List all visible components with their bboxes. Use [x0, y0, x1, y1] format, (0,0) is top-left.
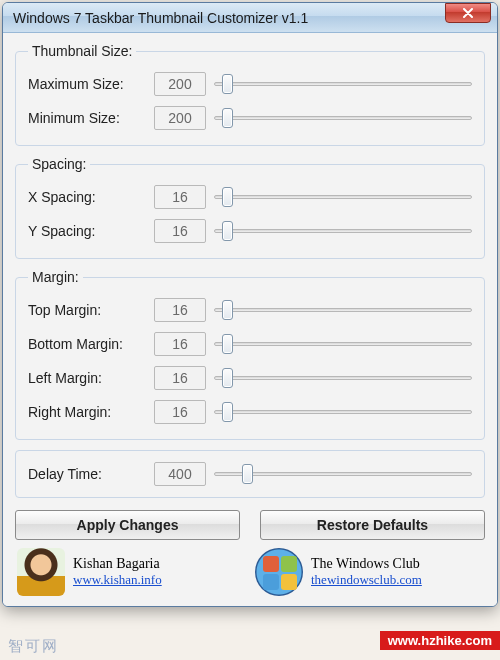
author-credit: Kishan Bagaria www.kishan.info	[17, 548, 245, 596]
left-margin-label: Left Margin:	[28, 370, 146, 386]
max-size-row: Maximum Size:	[28, 67, 472, 101]
y-spacing-slider[interactable]	[214, 219, 472, 243]
margin-group: Margin: Top Margin: Bottom Margin: Left …	[15, 269, 485, 440]
min-size-label: Minimum Size:	[28, 110, 146, 126]
right-margin-input[interactable]	[154, 400, 206, 424]
apply-button[interactable]: Apply Changes	[15, 510, 240, 540]
author-avatar-icon	[17, 548, 65, 596]
min-size-row: Minimum Size:	[28, 101, 472, 135]
delay-input[interactable]	[154, 462, 206, 486]
x-spacing-input[interactable]	[154, 185, 206, 209]
delay-row: Delay Time:	[28, 457, 472, 491]
top-margin-row: Top Margin:	[28, 293, 472, 327]
delay-slider[interactable]	[214, 462, 472, 486]
thumbnail-size-legend: Thumbnail Size:	[28, 43, 136, 59]
top-margin-slider[interactable]	[214, 298, 472, 322]
spacing-group: Spacing: X Spacing: Y Spacing:	[15, 156, 485, 259]
button-row: Apply Changes Restore Defaults	[15, 510, 485, 540]
bottom-margin-row: Bottom Margin:	[28, 327, 472, 361]
left-margin-input[interactable]	[154, 366, 206, 390]
delay-group: Delay Time:	[15, 450, 485, 498]
restore-button[interactable]: Restore Defaults	[260, 510, 485, 540]
thumbnail-size-group: Thumbnail Size: Maximum Size: Minimum Si…	[15, 43, 485, 146]
client-area: Thumbnail Size: Maximum Size: Minimum Si…	[3, 33, 497, 606]
top-margin-input[interactable]	[154, 298, 206, 322]
min-size-input[interactable]	[154, 106, 206, 130]
x-spacing-label: X Spacing:	[28, 189, 146, 205]
max-size-slider[interactable]	[214, 72, 472, 96]
close-icon	[463, 8, 473, 18]
close-button[interactable]	[445, 3, 491, 23]
y-spacing-input[interactable]	[154, 219, 206, 243]
window-title: Windows 7 Taskbar Thumbnail Customizer v…	[13, 10, 445, 26]
bottom-margin-label: Bottom Margin:	[28, 336, 146, 352]
right-margin-label: Right Margin:	[28, 404, 146, 420]
y-spacing-row: Y Spacing:	[28, 214, 472, 248]
left-margin-row: Left Margin:	[28, 361, 472, 395]
right-margin-slider[interactable]	[214, 400, 472, 424]
x-spacing-slider[interactable]	[214, 185, 472, 209]
app-window: Windows 7 Taskbar Thumbnail Customizer v…	[2, 2, 498, 607]
site-name: The Windows Club	[311, 556, 422, 572]
margin-legend: Margin:	[28, 269, 83, 285]
bottom-margin-slider[interactable]	[214, 332, 472, 356]
left-margin-slider[interactable]	[214, 366, 472, 390]
windows-logo-icon	[255, 548, 303, 596]
author-link[interactable]: www.kishan.info	[73, 572, 162, 588]
max-size-input[interactable]	[154, 72, 206, 96]
author-name: Kishan Bagaria	[73, 556, 162, 572]
delay-label: Delay Time:	[28, 466, 146, 482]
titlebar[interactable]: Windows 7 Taskbar Thumbnail Customizer v…	[3, 3, 497, 33]
site-link[interactable]: thewindowsclub.com	[311, 572, 422, 588]
max-size-label: Maximum Size:	[28, 76, 146, 92]
top-margin-label: Top Margin:	[28, 302, 146, 318]
site-credit: The Windows Club thewindowsclub.com	[255, 548, 483, 596]
watermark-left: 智可网	[8, 637, 59, 656]
spacing-legend: Spacing:	[28, 156, 90, 172]
x-spacing-row: X Spacing:	[28, 180, 472, 214]
bottom-margin-input[interactable]	[154, 332, 206, 356]
credits: Kishan Bagaria www.kishan.info The Windo…	[15, 548, 485, 600]
watermark-right: www.hzhike.com	[380, 631, 500, 650]
y-spacing-label: Y Spacing:	[28, 223, 146, 239]
min-size-slider[interactable]	[214, 106, 472, 130]
right-margin-row: Right Margin:	[28, 395, 472, 429]
